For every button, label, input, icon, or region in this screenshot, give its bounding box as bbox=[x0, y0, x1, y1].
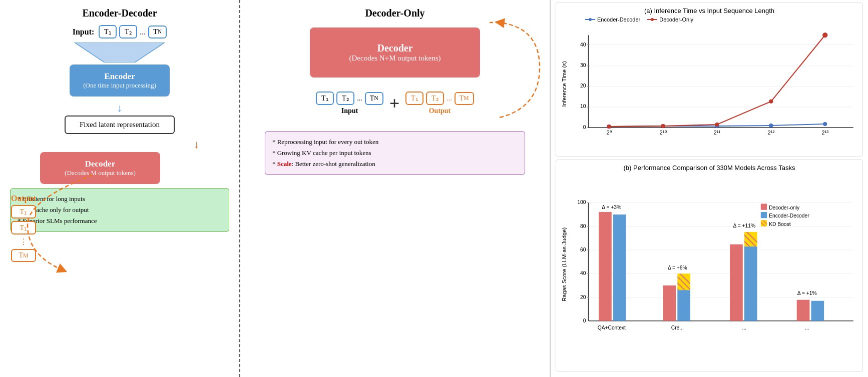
bar-g1-enc bbox=[613, 214, 626, 321]
svg-text:80: 80 bbox=[580, 224, 586, 229]
arrow-latent-to-decoder: ↓ bbox=[194, 138, 199, 151]
decoder-label-middle: Decoder bbox=[325, 42, 465, 54]
purple-line-1: * Reprocessing input for every out token bbox=[272, 136, 518, 148]
mid-input-label: Input bbox=[341, 107, 358, 115]
svg-text:20: 20 bbox=[580, 294, 586, 300]
svg-point-26 bbox=[607, 124, 611, 128]
latent-label: Fixed latent representation bbox=[80, 120, 160, 128]
decoder-section: Decoder (Decodes N+M output tokens) bbox=[250, 28, 540, 78]
legend-dec-only-label: Decoder-Only bbox=[659, 16, 693, 22]
svg-text:100: 100 bbox=[577, 200, 586, 205]
svg-point-2 bbox=[589, 18, 592, 21]
plus-sign: + bbox=[389, 93, 400, 114]
svg-text:Δ = +3%: Δ = +3% bbox=[602, 204, 621, 210]
svg-point-28 bbox=[715, 122, 719, 126]
left-panel: Encoder-Decoder Input: T₁ T₂ ... TN Enco… bbox=[0, 0, 240, 377]
svg-text:Δ = +11%: Δ = +11% bbox=[733, 223, 756, 228]
input-tokens-row: Input: T₁ T₂ ... TN bbox=[73, 25, 167, 38]
svg-text:Ragas Score (LLM-as-Judge): Ragas Score (LLM-as-Judge) bbox=[561, 227, 567, 301]
arrow-encoder-to-latent: ↓ bbox=[117, 102, 123, 114]
token-equation: T₁ T₂ ... TN Input + T₁ T₂ ... TM Output bbox=[316, 92, 474, 115]
legend-enc-dec-label: Encoder-Decoder bbox=[597, 16, 640, 22]
token-t2: T₂ bbox=[119, 25, 137, 38]
svg-text:2¹¹: 2¹¹ bbox=[714, 130, 721, 136]
svg-text:KD Boost: KD Boost bbox=[769, 222, 791, 227]
encoder-sub: (One time input processing) bbox=[80, 82, 160, 90]
mid-tn: TN bbox=[365, 92, 383, 105]
svg-text:QA+Context: QA+Context bbox=[598, 325, 626, 330]
chart-a-title: (a) Inference Time vs Input Sequence Len… bbox=[560, 7, 858, 14]
svg-text:Decoder-only: Decoder-only bbox=[769, 205, 800, 210]
bar-g4-enc bbox=[811, 301, 824, 321]
mid-ellipsis: ... bbox=[357, 94, 362, 102]
svg-text:2¹²: 2¹² bbox=[767, 130, 774, 136]
middle-panel: Decoder-Only Decoder (Decodes N+M output… bbox=[240, 0, 551, 377]
bar-g4-dec bbox=[797, 300, 810, 321]
svg-text:...: ... bbox=[805, 325, 809, 330]
right-panel: (a) Inference Time vs Input Sequence Len… bbox=[551, 0, 868, 377]
svg-rect-73 bbox=[761, 204, 767, 210]
svg-text:2¹³: 2¹³ bbox=[821, 130, 828, 136]
svg-text:Cre...: Cre... bbox=[671, 325, 684, 330]
encoder-box: Encoder (One time input processing) bbox=[70, 64, 170, 96]
bar-g1-dec bbox=[599, 212, 612, 321]
svg-text:40: 40 bbox=[580, 270, 586, 276]
svg-text:30: 30 bbox=[580, 62, 586, 68]
dashed-feedback-arrow-left bbox=[13, 170, 113, 280]
svg-text:...: ... bbox=[742, 325, 747, 330]
svg-text:60: 60 bbox=[580, 247, 586, 252]
left-inner: Input: T₁ T₂ ... TN Encoder (One time in… bbox=[10, 25, 229, 184]
output-group: T₁ T₂ ... TM Output bbox=[405, 92, 474, 115]
decoder-box-middle: Decoder (Decodes N+M output tokens) bbox=[310, 28, 480, 78]
decoder-label-left: Decoder bbox=[50, 159, 150, 169]
svg-text:Δ = +6%: Δ = +6% bbox=[668, 265, 687, 270]
decoder-sub-middle: (Decodes N+M output tokens) bbox=[325, 54, 465, 62]
token-t1: T₁ bbox=[99, 25, 117, 38]
svg-text:40: 40 bbox=[580, 42, 586, 48]
svg-point-24 bbox=[769, 124, 773, 128]
funnel-shape bbox=[70, 42, 170, 62]
input-group: T₁ T₂ ... TN Input bbox=[316, 92, 383, 115]
left-title: Encoder-Decoder bbox=[10, 8, 229, 19]
svg-text:2⁹: 2⁹ bbox=[606, 130, 611, 136]
svg-rect-75 bbox=[761, 212, 767, 218]
mid-t2: T₂ bbox=[336, 92, 354, 105]
token-tn: TN bbox=[148, 26, 167, 38]
purple-features-box: * Reprocessing input for every out token… bbox=[265, 131, 525, 175]
ellipsis: ... bbox=[140, 28, 146, 36]
svg-point-4 bbox=[651, 18, 654, 21]
svg-text:0: 0 bbox=[583, 318, 586, 324]
input-label: Input: bbox=[73, 28, 95, 36]
latent-box: Fixed latent representation bbox=[65, 116, 175, 134]
chart-b-container: (b) Performance Comparison of 330M Model… bbox=[556, 160, 863, 372]
chart-a-svg: Inference Time (s) 0 10 20 30 40 bbox=[560, 24, 858, 149]
legend-dec-only: Decoder-Only bbox=[647, 16, 693, 22]
svg-text:10: 10 bbox=[580, 104, 586, 109]
mid-out-tm: TM bbox=[455, 92, 474, 105]
chart-a-legend: Encoder-Decoder Decoder-Only bbox=[585, 16, 858, 22]
svg-point-27 bbox=[661, 124, 665, 128]
mid-out-ellipsis: ... bbox=[447, 94, 452, 102]
purple-line-3: * Scale: Better zero-shot generalization bbox=[272, 158, 518, 170]
chart-b-title: (b) Performance Comparison of 330M Model… bbox=[560, 164, 858, 172]
purple-line-2: * Growing KV cache per input tokens bbox=[272, 148, 518, 158]
mid-t1: T₁ bbox=[316, 92, 334, 105]
middle-content: Decoder (Decodes N+M output tokens) T₁ bbox=[250, 25, 540, 175]
svg-point-30 bbox=[822, 32, 827, 38]
mid-out-t1: T₁ bbox=[405, 92, 423, 105]
encoder-label: Encoder bbox=[80, 72, 160, 82]
svg-text:20: 20 bbox=[580, 83, 586, 88]
svg-point-25 bbox=[823, 122, 827, 126]
chart-a-ylabel: Inference Time (s) bbox=[561, 61, 567, 106]
bar-g3-enc bbox=[744, 246, 757, 321]
bar-g3-kd bbox=[744, 232, 757, 246]
svg-marker-0 bbox=[75, 42, 165, 62]
bar-g3-dec bbox=[730, 244, 743, 321]
chart-b-svg: Ragas Score (LLM-as-Judge) 0 20 40 60 80… bbox=[560, 174, 858, 366]
bar-g2-enc bbox=[677, 290, 690, 321]
svg-text:0: 0 bbox=[583, 124, 586, 130]
svg-text:2¹⁰: 2¹⁰ bbox=[659, 130, 667, 136]
dashed-feedback-arrow-middle bbox=[480, 18, 545, 128]
svg-point-29 bbox=[769, 100, 773, 104]
mid-out-t2: T₂ bbox=[426, 92, 444, 105]
